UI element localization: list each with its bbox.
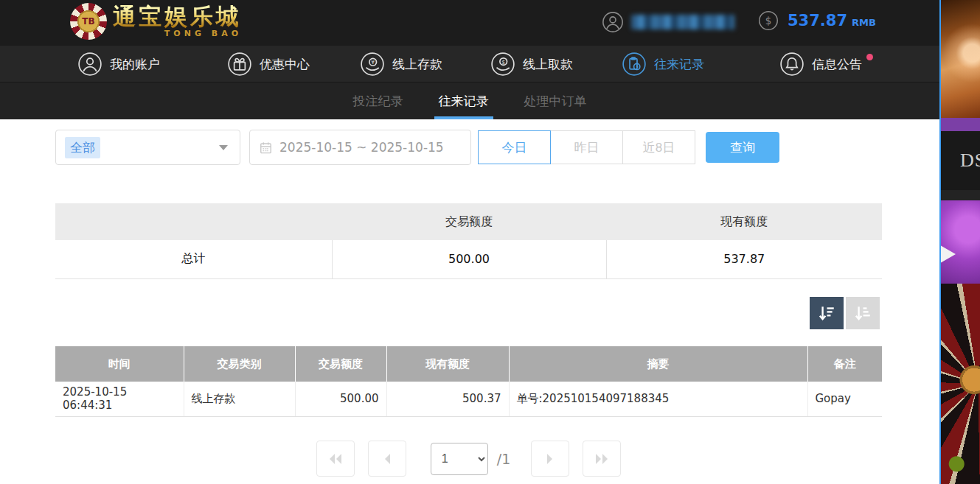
nav-item-my-account[interactable]: 我的账户 — [77, 46, 160, 83]
cell-current-balance: 500.37 — [386, 382, 509, 416]
next-page-button[interactable] — [531, 441, 569, 477]
sort-controls — [810, 297, 880, 329]
date-range-input[interactable]: 2025-10-15 ~ 2025-10-15 — [249, 130, 471, 165]
tab-label: 投注纪录 — [353, 93, 403, 110]
nav-label: 线上存款 — [392, 56, 442, 73]
promo-gap — [941, 190, 980, 200]
page: TB 通宝娱乐城 TONG BAO $ 537.87 RMB — [0, 0, 980, 484]
date-range-value: 2025-10-15 ~ 2025-10-15 — [279, 140, 444, 155]
top-header-bar: TB 通宝娱乐城 TONG BAO $ 537.87 RMB — [0, 0, 939, 46]
summary-header-empty — [55, 203, 332, 240]
col-current-balance: 现有额度 — [386, 346, 509, 382]
nav-item-announcements[interactable]: 信息公告 — [779, 46, 873, 83]
nav-label: 往来记录 — [654, 56, 704, 73]
total-pages-label: /1 — [497, 451, 511, 467]
promo-divider — [941, 118, 980, 131]
username-blurred — [631, 15, 734, 29]
nav-item-withdraw[interactable]: $ 线上取款 — [490, 46, 573, 83]
previous-page-button[interactable] — [368, 441, 406, 477]
nav-item-deposit[interactable]: ¥ 线上存款 — [360, 46, 442, 83]
site-logo[interactable]: TB 通宝娱乐城 TONG BAO — [70, 3, 242, 40]
yesterday-button[interactable]: 昨日 — [550, 130, 623, 164]
sort-asc-icon — [853, 304, 872, 323]
double-arrow-left-icon — [327, 452, 344, 466]
filter-row: 全部 2025-10-15 ~ 2025-10-15 今日 昨日 近8日 查询 — [55, 130, 779, 165]
tab-pending-orders[interactable]: 处理中订单 — [520, 83, 591, 119]
double-arrow-right-icon — [593, 452, 611, 466]
tab-bet-records[interactable]: 投注纪录 — [349, 83, 408, 119]
balance[interactable]: $ 537.87 RMB — [758, 10, 876, 31]
promo-magenta-section — [941, 200, 980, 284]
summary-total-label: 总计 — [55, 240, 332, 278]
chevron-down-icon — [219, 145, 228, 150]
tab-label: 往来记录 — [439, 93, 489, 110]
svg-text:¥: ¥ — [371, 59, 375, 66]
nav-label: 信息公告 — [812, 56, 862, 73]
last-page-button[interactable] — [583, 441, 621, 477]
first-page-button[interactable] — [316, 441, 355, 477]
col-transaction-type: 交易类别 — [184, 346, 295, 382]
promo-ds-text: DS — [941, 150, 980, 172]
records-icon — [622, 52, 647, 77]
col-summary: 摘要 — [509, 346, 807, 382]
user-avatar-icon — [602, 11, 624, 33]
summary-header-transaction-amount: 交易额度 — [332, 203, 606, 240]
cell-remark: Gopay — [807, 382, 882, 416]
gift-icon — [227, 52, 252, 77]
summary-table: 交易额度 现有额度 总计 500.00 537.87 — [55, 203, 882, 279]
summary-current-balance: 537.87 — [606, 240, 882, 278]
main-content: 全部 2025-10-15 ~ 2025-10-15 今日 昨日 近8日 查询 — [0, 119, 939, 484]
tab-transaction-records[interactable]: 往来记录 — [434, 83, 493, 119]
user-icon — [77, 52, 102, 77]
sub-tab-bar: 投注纪录 往来记录 处理中订单 — [0, 83, 939, 119]
withdraw-icon: $ — [490, 52, 515, 77]
summary-total-row: 总计 500.00 537.87 — [55, 240, 882, 278]
quick-date-buttons: 今日 昨日 近8日 — [478, 130, 695, 164]
balance-amount: 537.87 — [788, 12, 847, 29]
arrow-right-icon — [543, 452, 557, 466]
col-transaction-amount: 交易额度 — [295, 346, 386, 382]
poker-chip-logo-icon: TB — [70, 3, 107, 40]
logo-subtitle: TONG BAO — [164, 29, 242, 38]
promo-ds-logo: DS — [941, 131, 980, 190]
col-time: 时间 — [55, 346, 184, 382]
nav-item-transaction-records[interactable]: 往来记录 — [622, 46, 704, 83]
nav-item-promotions[interactable]: 优惠中心 — [227, 46, 310, 83]
tab-label: 处理中订单 — [524, 93, 587, 110]
col-remark: 备注 — [807, 346, 882, 382]
today-button[interactable]: 今日 — [478, 130, 551, 164]
cell-transaction-amount: 500.00 — [295, 382, 386, 416]
pagination: 1 /1 — [55, 441, 882, 477]
summary-header-row: 交易额度 现有额度 — [55, 203, 882, 240]
sort-descending-button[interactable] — [810, 297, 844, 329]
bell-icon — [779, 52, 804, 77]
search-button[interactable]: 查询 — [706, 132, 779, 163]
page-select[interactable]: 1 — [431, 443, 488, 475]
logo-text: 通宝娱乐城 TONG BAO — [113, 4, 242, 38]
user-account[interactable] — [602, 11, 734, 33]
summary-transaction-amount: 500.00 — [332, 240, 606, 278]
cell-summary: 单号:202510154097188345 — [509, 382, 807, 416]
records-table: 时间 交易类别 交易额度 现有额度 摘要 备注 2025-10-15 06:44… — [55, 346, 882, 417]
promo-girl-image — [941, 0, 980, 118]
arrow-left-icon — [380, 452, 394, 466]
chip-label: TB — [82, 16, 94, 27]
deposit-icon: ¥ — [360, 52, 385, 77]
sort-desc-icon — [817, 304, 836, 323]
cell-transaction-type: 线上存款 — [184, 382, 295, 416]
promo-banner[interactable]: DS — [939, 0, 980, 484]
main-navigation: 我的账户 优惠中心 ¥ 线上存款 $ 线上取款 往来记录 — [0, 46, 939, 83]
last-8-days-button[interactable]: 近8日 — [622, 130, 695, 164]
svg-text:$: $ — [765, 15, 772, 27]
summary-header-current-balance: 现有额度 — [606, 203, 882, 240]
cell-time: 2025-10-15 06:44:31 — [55, 382, 184, 416]
coin-dollar-icon: $ — [758, 10, 779, 31]
nav-label: 我的账户 — [110, 56, 160, 73]
sort-ascending-button[interactable] — [846, 297, 880, 329]
svg-text:$: $ — [501, 59, 505, 66]
logo-title: 通宝娱乐城 — [113, 4, 242, 29]
transaction-type-select[interactable]: 全部 — [55, 130, 240, 165]
selected-type: 全部 — [65, 137, 100, 158]
nav-label: 优惠中心 — [260, 56, 310, 73]
nav-label: 线上取款 — [523, 56, 573, 73]
